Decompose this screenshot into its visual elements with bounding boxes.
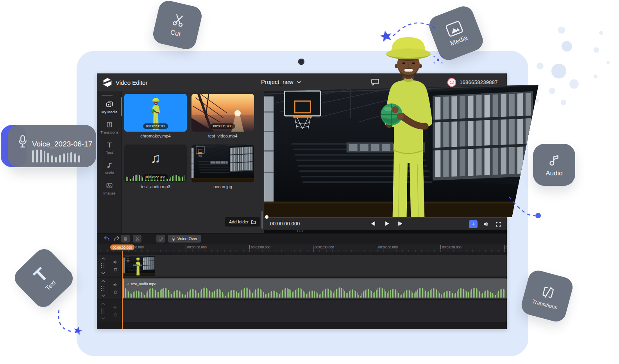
badge-audio: Audio bbox=[533, 144, 575, 186]
move-track-down-button[interactable] bbox=[101, 317, 105, 319]
preview-controls: 00:00:00.000 + bbox=[264, 217, 507, 230]
play-button[interactable] bbox=[383, 220, 390, 227]
decor-dot bbox=[535, 99, 539, 103]
move-track-up-button[interactable] bbox=[101, 257, 105, 260]
track-drag-handle[interactable] bbox=[101, 286, 105, 291]
add-folder-button[interactable]: Add folder bbox=[225, 217, 260, 227]
audio-clip-name: test_audio.mp3 bbox=[131, 282, 156, 286]
project-name: Project_new bbox=[261, 79, 293, 85]
scissors-icon bbox=[170, 11, 188, 29]
delete-track-button[interactable] bbox=[113, 290, 118, 294]
audio-track-lane[interactable]: ♪ test_audio.mp3 bbox=[122, 278, 507, 299]
add-to-timeline-button[interactable]: + bbox=[469, 220, 478, 228]
sidebar-item-my-media[interactable]: My Media bbox=[97, 97, 122, 117]
media-item-chromakey[interactable]: 00:00:23:312 chromakey.mp4 bbox=[124, 94, 187, 138]
sidebar-item-images[interactable]: Images bbox=[97, 178, 122, 198]
music-note-icon bbox=[106, 161, 113, 169]
ruler-label: 00:01:00.000 bbox=[249, 245, 270, 249]
sidebar-item-text[interactable]: Text bbox=[97, 137, 122, 158]
move-track-down-button[interactable] bbox=[101, 294, 105, 297]
move-track-up-button[interactable] bbox=[101, 280, 105, 282]
decor-dot bbox=[558, 27, 565, 34]
delete-track-button[interactable] bbox=[113, 267, 118, 272]
voice-over-button[interactable]: Voice Over bbox=[168, 235, 201, 243]
delete-track-button[interactable] bbox=[113, 312, 118, 317]
volume-icon[interactable] bbox=[483, 221, 490, 227]
next-frame-button[interactable] bbox=[397, 220, 404, 227]
empty-track bbox=[97, 300, 507, 322]
microphone-icon bbox=[172, 236, 175, 241]
mute-track-button[interactable] bbox=[113, 260, 118, 264]
media-stack-icon bbox=[106, 100, 113, 108]
voice-chip-waveform bbox=[32, 149, 82, 162]
marketing-hero: Video Editor Project_new 1686658239887 bbox=[0, 0, 619, 364]
voice-over-label: Voice Over bbox=[177, 236, 197, 241]
fullscreen-icon[interactable] bbox=[496, 221, 501, 227]
timeline-ruler[interactable]: 00:00:00.000 00:00:30.000 00:01:00.000 0… bbox=[97, 244, 507, 252]
video-track-lane[interactable] bbox=[122, 255, 507, 277]
smiley-avatar[interactable] bbox=[447, 78, 456, 87]
mute-track-button[interactable] bbox=[113, 282, 118, 287]
timeline-resize-handle[interactable] bbox=[295, 230, 304, 232]
video-clip[interactable] bbox=[123, 256, 155, 276]
empty-track-lane[interactable] bbox=[122, 300, 507, 322]
audio-track: ♪ test_audio.mp3 bbox=[97, 278, 507, 299]
sidebar-item-audio[interactable]: Audio bbox=[97, 158, 122, 178]
playhead-time-pill[interactable]: 00:00:00.000 bbox=[110, 244, 134, 250]
media-thumbnail: ♫ 00:03:22.083 bbox=[124, 145, 187, 182]
voice-recording-chip: Voice_2023-06-17 bbox=[8, 125, 96, 167]
sidebar-item-label: Audio bbox=[105, 171, 114, 175]
decor-dot bbox=[569, 79, 579, 89]
seekbar-handle[interactable] bbox=[265, 215, 268, 219]
media-item-ocean[interactable]: ocean.jpg bbox=[191, 145, 254, 189]
transition-brackets-icon bbox=[538, 283, 558, 302]
media-item-test-video[interactable]: 00:00:11.908 test_video.mp4 bbox=[191, 94, 254, 138]
decor-dot bbox=[562, 41, 572, 52]
blue-dot bbox=[535, 213, 541, 218]
sidebar-item-label: Text bbox=[106, 150, 113, 155]
timeline-toolbar: Voice Over bbox=[97, 234, 507, 244]
media-thumbnail bbox=[191, 145, 254, 182]
track-header bbox=[97, 255, 122, 277]
media-panel-scrollbar[interactable] bbox=[261, 211, 263, 229]
playhead-line[interactable] bbox=[122, 251, 123, 329]
mute-track-button[interactable] bbox=[113, 305, 118, 310]
audio-clip[interactable]: ♪ test_audio.mp3 bbox=[123, 278, 507, 298]
sidebar-item-transitions[interactable]: Transitions bbox=[97, 117, 122, 137]
duration-badge: 00:00:11.908 bbox=[211, 123, 235, 129]
ruler-label: 00:02:30.000 bbox=[440, 245, 462, 249]
prev-frame-button[interactable] bbox=[370, 220, 376, 227]
music-note-icon: ♪ bbox=[127, 282, 129, 286]
badge-text: T Text bbox=[11, 245, 77, 311]
decor-dot bbox=[561, 100, 566, 105]
badge-cut: Cut bbox=[151, 0, 204, 51]
project-name-dropdown[interactable]: Project_new bbox=[261, 79, 301, 85]
decor-dot bbox=[549, 88, 555, 94]
undo-button[interactable] bbox=[103, 235, 110, 242]
track-drag-handle[interactable] bbox=[101, 263, 105, 268]
audio-clip-title: ♪ test_audio.mp3 bbox=[127, 282, 156, 286]
letter-t-icon: T bbox=[30, 264, 51, 285]
redo-button[interactable] bbox=[113, 235, 120, 242]
badge-label: Audio bbox=[546, 170, 562, 177]
media-item-test-audio[interactable]: ♫ 00:03:22.083 test_audio.mp3 bbox=[124, 145, 187, 189]
move-track-down-button[interactable] bbox=[101, 272, 105, 274]
delete-button[interactable] bbox=[121, 235, 130, 243]
images-icon bbox=[106, 182, 113, 189]
decor-dot bbox=[606, 61, 610, 64]
settings-button[interactable] bbox=[156, 235, 165, 243]
video-clip-thumbnail bbox=[123, 256, 155, 276]
media-filename: test_audio.mp3 bbox=[124, 184, 187, 189]
duration-badge: 00:03:22.083 bbox=[143, 174, 168, 180]
account-id: 1686658239887 bbox=[460, 79, 498, 85]
presenter-cutout bbox=[371, 33, 442, 228]
badge-label: Cut bbox=[170, 28, 181, 38]
music-note-icon: ♫ bbox=[124, 150, 187, 166]
track-drag-handle[interactable] bbox=[101, 309, 105, 314]
split-button[interactable] bbox=[133, 235, 141, 243]
track-header bbox=[97, 278, 122, 299]
move-track-up-button[interactable] bbox=[101, 303, 105, 305]
voice-chip-label: Voice_2023-06-17 bbox=[32, 140, 92, 148]
decor-dot bbox=[551, 64, 566, 79]
duration-badge: 00:00:23:312 bbox=[143, 123, 168, 129]
